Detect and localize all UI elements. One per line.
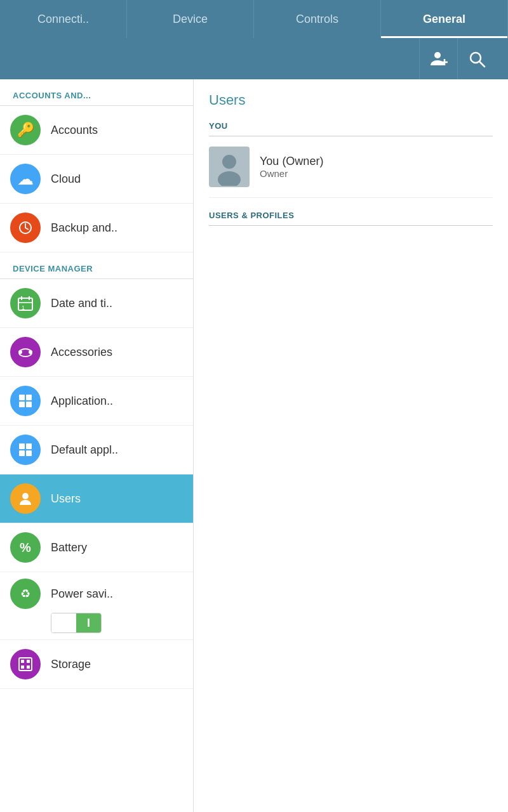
users-profiles-header: USERS & PROFILES (209, 211, 493, 226)
you-section-header: YOU (209, 121, 493, 136)
sidebar-item-users[interactable]: Users (0, 475, 193, 523)
backup-icon (10, 213, 41, 243)
svg-point-29 (222, 155, 236, 169)
svg-rect-26 (21, 665, 24, 669)
tab-device[interactable]: Device (127, 0, 254, 38)
battery-icon: % (10, 532, 41, 563)
svg-rect-21 (26, 450, 32, 456)
sidebar: ACCOUNTS AND... 🔑 Accounts ☁ Cloud Backu… (0, 79, 194, 812)
sidebar-item-battery-label: Battery (51, 541, 87, 554)
panel-title: Users (209, 92, 493, 108)
add-user-button[interactable] (419, 38, 457, 79)
sidebar-item-storage-label: Storage (51, 658, 91, 671)
sidebar-item-applications-label: Application.. (51, 395, 113, 408)
tab-general[interactable]: General (381, 0, 508, 38)
sidebar-item-backup[interactable]: Backup and.. (0, 204, 193, 252)
svg-rect-16 (19, 402, 25, 407)
sidebar-item-powersaving-label: Power savi.. (51, 587, 113, 601)
users-icon (10, 483, 41, 514)
right-panel: Users YOU You (Owner) Owner USERS & PROF… (194, 79, 508, 812)
sidebar-item-applications[interactable]: Application.. (0, 377, 193, 426)
sidebar-item-defaultapps-label: Default appl.. (51, 443, 118, 457)
svg-text:1: 1 (22, 304, 25, 311)
svg-point-0 (434, 52, 441, 58)
main-layout: ACCOUNTS AND... 🔑 Accounts ☁ Cloud Backu… (0, 79, 508, 812)
sidebar-item-cloud[interactable]: ☁ Cloud (0, 155, 193, 204)
section-title-device-manager: DEVICE MANAGER (0, 252, 193, 279)
svg-line-4 (479, 62, 485, 67)
powersaving-icon: ♻ (10, 579, 41, 609)
sidebar-item-accounts-label: Accounts (51, 124, 98, 137)
sidebar-item-battery[interactable]: % Battery (0, 523, 193, 572)
svg-rect-27 (27, 665, 30, 669)
svg-rect-15 (26, 395, 32, 400)
top-nav-bar: Connecti.. Device Controls General (0, 0, 508, 38)
sidebar-item-accounts[interactable]: 🔑 Accounts (0, 106, 193, 155)
tab-controls[interactable]: Controls (254, 0, 381, 38)
sidebar-item-powersaving[interactable]: ♻ Power savi.. I (0, 572, 193, 640)
sidebar-item-users-label: Users (51, 492, 81, 506)
svg-rect-24 (21, 660, 24, 663)
cloud-icon: ☁ (10, 164, 41, 194)
toggle-off (51, 613, 76, 632)
svg-rect-18 (19, 443, 25, 449)
sidebar-item-accessories-label: Accessories (51, 346, 112, 359)
svg-rect-6 (18, 298, 32, 310)
defaultapps-icon (10, 435, 41, 465)
sidebar-item-datetime[interactable]: 1 Date and ti.. (0, 279, 193, 328)
sidebar-item-datetime-label: Date and ti.. (51, 297, 112, 310)
owner-info: You (Owner) Owner (260, 155, 323, 179)
svg-point-13 (29, 350, 32, 354)
power-saving-toggle[interactable]: I (51, 613, 102, 633)
svg-rect-19 (26, 443, 32, 449)
svg-rect-14 (19, 395, 25, 400)
sidebar-item-accessories[interactable]: Accessories (0, 328, 193, 377)
sidebar-item-backup-label: Backup and.. (51, 221, 117, 235)
section-title-accounts: ACCOUNTS AND... (0, 79, 193, 106)
icon-bar (0, 38, 508, 79)
sidebar-item-storage[interactable]: Storage (0, 640, 193, 689)
accessories-icon (10, 337, 41, 367)
sidebar-item-defaultapps[interactable]: Default appl.. (0, 426, 193, 475)
owner-user-row[interactable]: You (Owner) Owner (209, 136, 493, 198)
svg-point-22 (22, 493, 29, 499)
accounts-icon: 🔑 (10, 115, 41, 145)
owner-name: You (Owner) (260, 155, 323, 168)
tab-connecti[interactable]: Connecti.. (0, 0, 127, 38)
svg-rect-17 (26, 402, 32, 407)
storage-icon (10, 649, 41, 679)
svg-rect-20 (19, 450, 25, 456)
datetime-icon: 1 (10, 288, 41, 318)
search-button[interactable] (457, 38, 495, 79)
sidebar-item-cloud-label: Cloud (51, 173, 81, 186)
owner-role: Owner (260, 168, 323, 179)
svg-point-12 (18, 350, 22, 354)
owner-avatar (209, 147, 250, 187)
svg-rect-25 (27, 660, 30, 663)
users-profiles-section: USERS & PROFILES (209, 211, 493, 226)
toggle-on: I (76, 613, 101, 632)
applications-icon (10, 386, 41, 416)
